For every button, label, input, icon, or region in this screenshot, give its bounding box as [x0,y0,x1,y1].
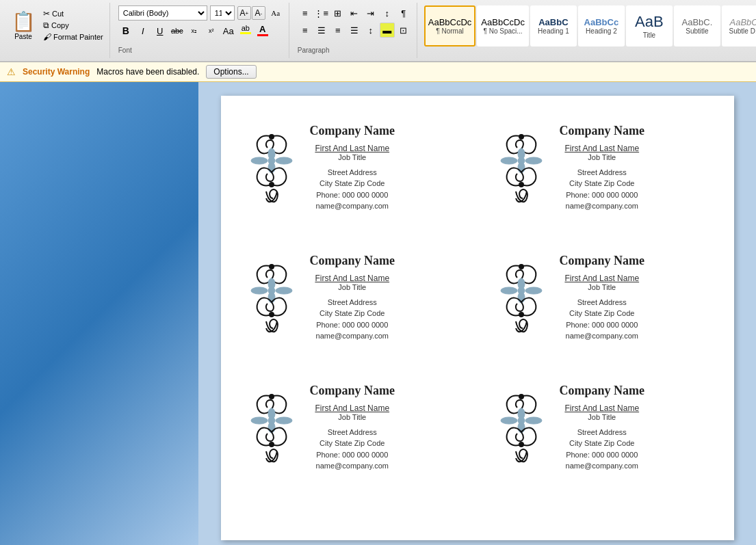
style-title-label: Title [643,31,656,39]
decrease-indent-button[interactable]: ⇤ [347,5,362,21]
clipboard-group: 📋 Paste ✂ Cut ⧉ Copy 🖌 Format Painter [4,3,110,58]
show-marks-button[interactable]: ¶ [396,5,411,21]
style-heading2-preview: AaBbCc [584,17,619,28]
bold-button[interactable]: B [118,23,133,38]
font-group: Calibri (Body) 11 A+ A- Aa B I U abc x₂ … [113,3,289,58]
copy-label: Copy [51,21,69,29]
svg-point-2 [276,157,292,164]
bullets-button[interactable]: ≡ [298,5,313,21]
svg-point-40 [518,417,525,424]
style-heading1-button[interactable]: AaBbC Heading 1 [530,5,577,46]
superscript-button[interactable]: x² [204,23,219,38]
shading-button[interactable]: ▬ [380,23,395,38]
style-normal-button[interactable]: AaBbCcDc ¶ Normal [424,5,476,46]
align-left-button[interactable]: ≡ [298,23,313,38]
style-title-button[interactable]: AaB Title [626,5,673,46]
increase-font-size-button[interactable]: A+ [237,6,251,20]
font-color-bar [257,34,268,36]
numbering-button[interactable]: ⋮≡ [314,5,329,21]
document-area[interactable]: Company Name First And Last Name Job Tit… [198,82,756,545]
business-cards-grid: Company Name First And Last Name Job Tit… [235,109,720,486]
paste-button[interactable]: 📋 Paste [8,5,38,45]
align-center-button[interactable]: ☰ [314,23,329,38]
font-family-select[interactable]: Calibri (Body) [118,5,207,21]
style-subtitle-label: Subtitle [686,27,708,35]
style-no-spacing-label: ¶ No Spaci... [484,27,523,35]
paste-label: Paste [14,33,32,40]
card-address: Street Address City State Zip Code Phone… [316,297,389,342]
style-heading1-label: Heading 1 [538,27,569,35]
copy-icon: ⧉ [43,21,49,30]
svg-point-16 [276,287,292,294]
card-address: Street Address City State Zip Code Phone… [316,427,389,472]
ribbon-toolbar: 📋 Paste ✂ Cut ⧉ Copy 🖌 Format Painter [0,0,756,62]
style-no-spacing-preview: AaBbCcDc [481,17,525,28]
increase-indent-button[interactable]: ⇥ [363,5,378,21]
font-top-row: Calibri (Body) 11 A+ A- Aa [118,5,283,21]
highlight-icon: ab [242,24,250,32]
svg-point-6 [270,183,274,187]
change-case-button[interactable]: Aa [268,5,283,21]
svg-point-20 [270,313,274,317]
svg-point-0 [270,135,274,139]
card-info: Company Name First And Last Name Job Tit… [560,384,645,472]
svg-point-26 [518,287,525,294]
svg-point-30 [276,417,292,424]
business-card: Company Name First And Last Name Job Tit… [235,239,471,356]
style-normal-preview: AaBbCcDc [428,17,472,28]
security-warning-label: Security Warning [23,67,90,77]
card-logo [245,253,300,342]
multilevel-list-button[interactable]: ⊞ [330,5,346,21]
card-info: Company Name First And Last Name Job Tit… [560,254,645,342]
svg-point-29 [251,417,268,424]
main-area: Company Name First And Last Name Job Tit… [0,82,756,545]
options-button[interactable]: Options... [206,65,256,79]
justify-button[interactable]: ☰ [347,23,362,38]
paragraph-group-label: Paragraph [298,45,330,55]
paragraph-bottom-row: ≡ ☰ ≡ ☰ ↕ ▬ ⊡ [298,23,411,38]
card-company-name: Company Name [310,254,395,268]
highlight-color-button[interactable]: ab [238,23,253,38]
decrease-font-size-button[interactable]: A- [252,6,265,20]
font-size-select[interactable]: 11 [210,5,235,21]
svg-point-41 [519,442,523,447]
font-color-button[interactable]: A [255,23,270,38]
style-no-spacing-button[interactable]: AaBbCcDc ¶ No Spaci... [477,5,529,46]
card-person-name: First And Last Name [315,274,389,283]
card-job-title: Job Title [338,283,366,291]
format-painter-button[interactable]: 🖌 Format Painter [41,31,105,42]
paragraph-top-row: ≡ ⋮≡ ⊞ ⇤ ⇥ ↕ ¶ [298,5,411,21]
style-heading2-button[interactable]: AaBbCc Heading 2 [578,5,625,46]
svg-point-8 [501,157,517,164]
align-right-button[interactable]: ≡ [330,23,346,38]
strikethrough-button[interactable]: abc [170,23,185,38]
security-message: Macros have been disabled. [96,67,199,77]
business-card: Company Name First And Last Name Job Tit… [484,239,720,356]
underline-button[interactable]: U [153,23,168,38]
security-bar: ⚠ Security Warning Macros have been disa… [0,62,756,82]
card-person-name: First And Last Name [315,403,389,413]
subscript-button[interactable]: x₂ [187,23,202,38]
ribbon: 📋 Paste ✂ Cut ⧉ Copy 🖌 Format Painter [0,0,756,62]
business-card: Company Name First And Last Name Job Tit… [235,109,471,226]
style-subtitle-button[interactable]: AaBbC. Subtitle [674,5,720,46]
copy-button[interactable]: ⧉ Copy [41,20,105,31]
svg-point-15 [251,287,268,294]
svg-point-36 [501,417,517,424]
paragraph-group: ≡ ⋮≡ ⊞ ⇤ ⇥ ↕ ¶ ≡ ☰ ≡ ☰ ↕ ▬ ⊡ Paragraph [292,3,417,58]
styles-group: AaBbCcDc ¶ Normal AaBbCcDc ¶ No Spaci...… [420,3,756,58]
svg-point-33 [268,417,275,424]
border-button[interactable]: ⊡ [396,23,411,38]
style-subtle-emph-button[interactable]: AaBbC. Subtle D... [722,5,756,46]
format-painter-icon: 🖌 [43,32,51,42]
card-address: Street Address City State Zip Code Phone… [566,167,638,212]
svg-point-35 [519,395,523,399]
card-logo [495,383,549,472]
clear-formatting-button[interactable]: Aa [221,23,236,38]
style-heading1-preview: AaBbC [538,17,568,28]
sort-button[interactable]: ↕ [380,5,395,21]
svg-point-12 [518,157,525,164]
cut-button[interactable]: ✂ Cut [41,8,105,19]
line-spacing-button[interactable]: ↕ [363,23,378,38]
italic-button[interactable]: I [135,23,151,38]
